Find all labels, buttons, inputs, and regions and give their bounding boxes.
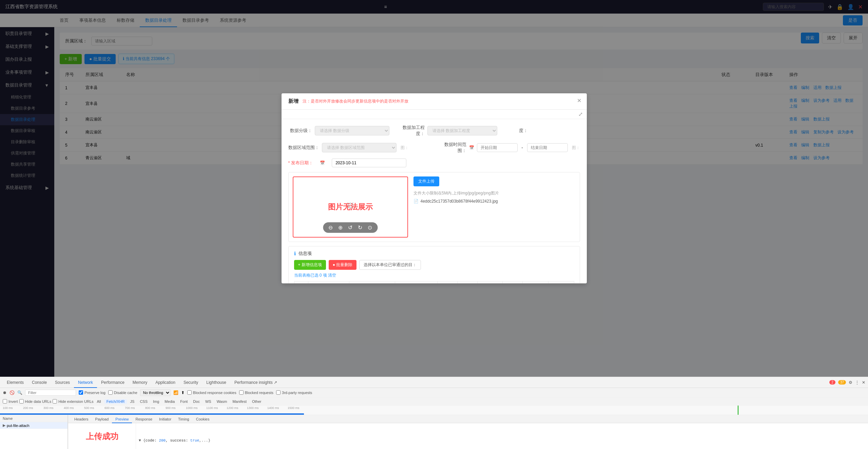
form-eng-label: 数据加工程度：: [396, 125, 425, 137]
form-publish-input[interactable]: [332, 158, 406, 167]
devtools-tab-elements[interactable]: Elements: [3, 377, 28, 388]
filter-tab-css[interactable]: CSS: [138, 399, 150, 404]
devtools-tab-perf-insights[interactable]: Performance insights ↗: [230, 377, 281, 388]
settings-icon[interactable]: ⚙: [849, 380, 852, 385]
devtools-tab-network[interactable]: Network: [74, 377, 97, 388]
upload-controls: 文件上传 文件大小限制在5M内,上传img/jpg/jpeg/png图片 📄 4…: [413, 176, 576, 238]
resp-tab-initiator[interactable]: Initiator: [156, 415, 175, 423]
image-broken-text: 图片无法展示: [328, 202, 373, 212]
filter-tab-font[interactable]: Font: [178, 399, 190, 404]
search-devtools-icon[interactable]: 🔍: [17, 390, 22, 395]
filter-tab-ws[interactable]: WS: [203, 399, 213, 404]
devtools-tab-security[interactable]: Security: [179, 377, 202, 388]
hide-ext-checkbox[interactable]: Hide extension URLs: [53, 399, 93, 404]
resp-tab-response[interactable]: Response: [132, 415, 156, 423]
blocked-requests-checkbox[interactable]: Blocked requests: [239, 390, 273, 395]
hide-data-urls-checkbox[interactable]: Hide data URLs: [19, 399, 52, 404]
upload-devtools-icon[interactable]: ⬆: [181, 390, 185, 395]
timeline-3: 400 ms: [64, 406, 84, 410]
filter-tab-fetch[interactable]: Fetch/XHR: [104, 399, 127, 404]
network-timeline: 100 ms 200 ms 300 ms 400 ms 500 ms 600 m…: [0, 406, 868, 415]
devtools-tab-memory[interactable]: Memory: [129, 377, 151, 388]
modal-note: 注：是否对外开放修改会同步更新信息项中的是否对外开放: [303, 98, 408, 104]
filter-tab-manifest[interactable]: Manifest: [230, 399, 249, 404]
th-info-open: 是否对外开放: [522, 281, 548, 284]
record-icon[interactable]: ⏺: [3, 390, 7, 395]
img-rotate-left-btn[interactable]: ↺: [348, 224, 352, 231]
file-upload-button[interactable]: 文件上传: [413, 176, 439, 186]
filter-tab-doc[interactable]: Doc: [191, 399, 202, 404]
modal-expand-icon[interactable]: ⤢: [578, 111, 583, 117]
form-time-end-input[interactable]: [527, 143, 568, 152]
devtools-tab-sources[interactable]: Sources: [51, 377, 74, 388]
file-icon: 📄: [413, 199, 419, 204]
form-time-start-input[interactable]: [477, 143, 518, 152]
upload-success-text: 上传成功: [86, 431, 118, 442]
modal-body: 数据分级： 请选择 数据分级 数据加工程度： 请选择 数据加工程度 度：: [282, 119, 587, 283]
th-info-sensitivity: 敏感级别: [437, 281, 457, 284]
resp-tab-preview[interactable]: Preview: [112, 415, 132, 423]
request-name: put-file-attach: [7, 424, 30, 428]
preview-content-wrapper: 上传成功 ▼ {code: 200, success: true,...} co…: [68, 423, 868, 449]
devtools-tab-console[interactable]: Console: [28, 377, 51, 388]
modal-overlay: 新增 注：是否对外开放修改会同步更新信息项中的是否对外开放 ✕ ⤢ 数据分级： …: [0, 0, 868, 377]
filter-tab-media[interactable]: Media: [162, 399, 177, 404]
disable-cache-checkbox[interactable]: Disable cache: [108, 390, 137, 395]
devtools-tab-application[interactable]: Application: [151, 377, 179, 388]
resp-tab-timing[interactable]: Timing: [175, 415, 193, 423]
img-zoom-out-btn[interactable]: ⊖: [328, 224, 333, 231]
timeline-13: 1400 ms: [267, 406, 288, 410]
form-group-class: 数据分级： 请选择 数据分级: [288, 126, 389, 135]
modal-close-btn[interactable]: ✕: [577, 97, 581, 104]
filter-tab-img[interactable]: Img: [151, 399, 161, 404]
img-reset-btn[interactable]: ⊙: [368, 224, 372, 231]
filter-tab-js[interactable]: JS: [128, 399, 137, 404]
network-filter-input[interactable]: [25, 390, 76, 396]
upload-hint: 文件大小限制在5M内,上传img/jpg/jpeg/png图片: [413, 190, 576, 196]
network-request-row[interactable]: ▶ put-file-attach: [0, 422, 67, 429]
preview-line-1: ▼ {code: 200, success: true,...}: [139, 438, 865, 444]
img-zoom-in-btn[interactable]: ⊕: [338, 224, 343, 231]
add-info-button[interactable]: + 新增信息项: [294, 260, 326, 270]
resp-tab-cookies[interactable]: Cookies: [193, 415, 213, 423]
throttle-select[interactable]: No throttling: [140, 389, 171, 396]
th-info-desc: 描述: [349, 281, 395, 284]
th-info-name: 名称: [308, 281, 349, 284]
th-info-share-type: 共享类型: [477, 281, 502, 284]
devtools-tab-performance[interactable]: Performance: [97, 377, 129, 388]
form-publish-calendar-icon: 📅: [320, 161, 325, 165]
preserve-log-checkbox[interactable]: Preserve log: [79, 390, 105, 395]
invert-checkbox[interactable]: Invert: [3, 399, 18, 404]
img-rotate-right-btn[interactable]: ↻: [358, 224, 362, 231]
image-controls: ⊖ ⊕ ↺ ↻ ⊙: [323, 222, 378, 233]
form-region-label: 数据区域范围：: [288, 145, 319, 151]
resp-tab-payload[interactable]: Payload: [92, 415, 112, 423]
resp-tab-headers[interactable]: Headers: [71, 415, 92, 423]
filter-tab-wasm[interactable]: Wasm: [215, 399, 229, 404]
devtools-tab-lighthouse[interactable]: Lighthouse: [202, 377, 230, 388]
del-info-button[interactable]: ● 批量删除: [329, 260, 357, 270]
blocked-cookies-checkbox[interactable]: Blocked response cookies: [187, 390, 236, 395]
form-class-label: 数据分级：: [288, 128, 312, 134]
form-group-degree: 度：: [504, 128, 580, 134]
wifi-icon: 📶: [173, 390, 178, 395]
form-degree-label: 度：: [504, 128, 528, 134]
form-eng-select[interactable]: 请选择 数据加工程度: [427, 126, 497, 135]
import-button[interactable]: 选择以本单位已审通过的目：: [359, 260, 421, 270]
filter-tab-other[interactable]: Other: [250, 399, 264, 404]
clear-icon[interactable]: 🚫: [9, 390, 15, 395]
filter-tab-all[interactable]: All: [95, 399, 103, 404]
form-region-select[interactable]: 请选择 数据区域范围: [322, 143, 397, 152]
close-devtools-icon[interactable]: ✕: [862, 380, 865, 385]
timeline-4: 500 ms: [84, 406, 104, 410]
devtools-body: Name ▶ put-file-attach Headers Payload P…: [0, 415, 868, 449]
info-table: 序号 名称 描述 数据类型 敏感级别 数据长度 共享类型 共享方式 是否对外开放…: [294, 281, 574, 283]
image-preview-box: 🖼 图片无法展示 ⊖ ⊕ ↺ ↻ ⊙: [293, 176, 408, 238]
third-party-checkbox[interactable]: 3rd-party requests: [276, 390, 312, 395]
network-preview-panel: Headers Payload Preview Response Initiat…: [68, 415, 868, 449]
form-publish-label: * 发布日期：: [288, 160, 313, 166]
upload-success-area: 上传成功: [68, 423, 136, 449]
form-class-select[interactable]: 请选择 数据分级: [315, 126, 389, 135]
vertical-dots-icon[interactable]: ⋮: [855, 380, 859, 385]
response-tabs: Headers Payload Preview Response Initiat…: [68, 415, 868, 423]
